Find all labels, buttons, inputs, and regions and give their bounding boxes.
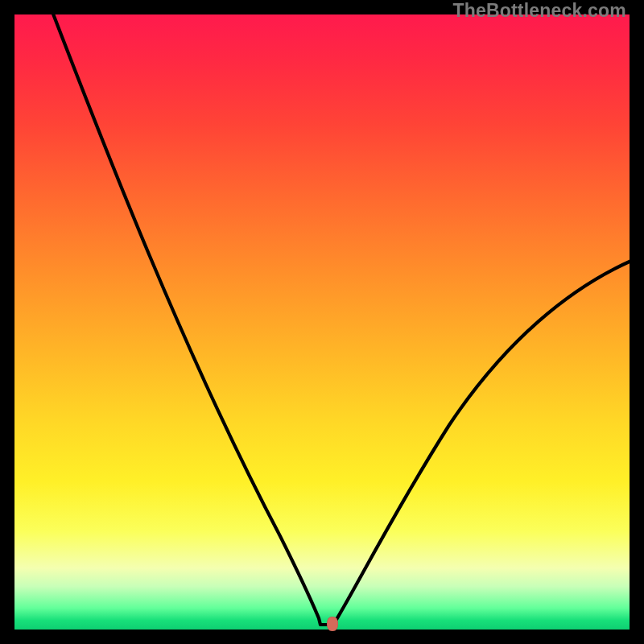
watermark-text: TheBottleneck.com (452, 0, 626, 22)
plot-area (14, 14, 630, 630)
optimal-point-marker (327, 617, 338, 631)
chart-frame: TheBottleneck.com (0, 0, 644, 644)
bottleneck-curve (14, 14, 630, 630)
